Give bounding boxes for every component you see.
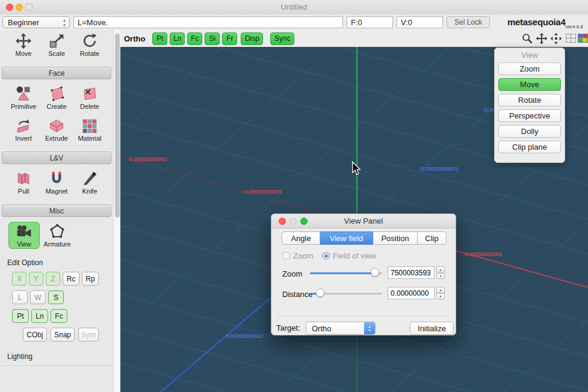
face-toggle[interactable]: Fc — [51, 309, 67, 323]
edit-option-label: Edit Option — [7, 259, 113, 267]
axis-x-toggle[interactable]: X — [12, 272, 26, 286]
tool-label: Material — [78, 135, 101, 142]
world-toggle[interactable]: W — [30, 290, 46, 304]
toggle-fr[interactable]: Fr — [222, 32, 237, 45]
mode-select[interactable]: Beginner ▲▼ — [2, 16, 70, 28]
zoom-stepper[interactable]: ▲ ▼ — [436, 266, 445, 279]
zoom-slider[interactable] — [310, 267, 382, 278]
tool-scale[interactable]: Scale — [42, 31, 72, 58]
section-header-lv: L&V — [2, 152, 111, 164]
tab-viewfield[interactable]: View field — [320, 231, 373, 245]
axis-y-toggle[interactable]: Y — [29, 272, 43, 286]
point-toggle[interactable]: Pt — [12, 309, 29, 323]
tool-extrude[interactable]: Extrude — [42, 116, 72, 143]
command-status-field[interactable] — [73, 16, 343, 28]
rp-button[interactable]: Rp — [82, 272, 99, 286]
tab-clip[interactable]: Clip — [418, 231, 447, 245]
slider-knob[interactable] — [316, 289, 324, 297]
stepper-up-icon[interactable]: ▲ — [436, 266, 445, 272]
scrollbar-thumb[interactable] — [115, 34, 120, 218]
local-toggle[interactable]: L — [12, 290, 28, 304]
axis-coordinate-label: 0.00000000002 — [226, 333, 264, 339]
tool-armature[interactable]: Armature — [42, 222, 72, 249]
view-perspective-button[interactable]: Perspective — [498, 109, 561, 122]
tool-label: Move — [16, 50, 32, 57]
tool-view[interactable]: View — [8, 222, 40, 249]
view-clipplane-button[interactable]: Clip plane — [498, 141, 561, 153]
tab-angle[interactable]: Angle — [282, 231, 320, 245]
slider-fill — [310, 272, 375, 274]
view-rotate-button[interactable]: Rotate — [498, 94, 561, 106]
viewport-toolbar: Ortho Pt Ln Fc Si Fr Disp Sync — [120, 30, 588, 47]
slider-knob[interactable] — [371, 268, 379, 277]
tool-sidebar: Move Scale Rotate Face — [0, 30, 113, 392]
toggle-ln[interactable]: Ln — [170, 32, 185, 45]
toggle-disp[interactable]: Disp — [241, 32, 263, 45]
initialize-button[interactable]: Initialize — [410, 322, 454, 335]
app-window: Untitled Beginner ▲▼ F:0 V:0 Sel Lock me… — [0, 0, 588, 392]
distance-slider-label: Distance — [282, 290, 313, 299]
zoom-value-field[interactable] — [388, 266, 435, 279]
tool-delete[interactable]: Delete — [75, 84, 105, 111]
zoom-radio-group[interactable]: Zoom — [282, 251, 313, 260]
sym-button[interactable]: Sym — [78, 328, 99, 341]
tool-label: View — [17, 240, 31, 248]
tool-primitive[interactable]: Primitive — [8, 84, 39, 111]
sel-lock-button[interactable]: Sel Lock — [447, 16, 490, 28]
tool-create[interactable]: Create — [42, 84, 72, 111]
fov-radio-icon[interactable] — [322, 252, 330, 260]
version-label: Ver4.6.8 — [565, 24, 583, 29]
dialog-titlebar[interactable]: View Panel — [271, 214, 456, 228]
tool-pull[interactable]: Pull — [8, 169, 39, 196]
material-preview-icon[interactable] — [578, 34, 588, 43]
distance-slider[interactable] — [310, 287, 382, 298]
pan-view-icon[interactable] — [536, 32, 548, 44]
titlebar[interactable]: Untitled — [0, 0, 588, 15]
toggle-sync[interactable]: Sync — [270, 32, 294, 45]
stepper-down-icon[interactable]: ▼ — [436, 293, 445, 299]
toggle-si[interactable]: Si — [205, 32, 220, 45]
tool-invert[interactable]: Invert — [8, 116, 39, 143]
sidebar-scrollbar[interactable] — [113, 30, 120, 392]
distance-stepper[interactable]: ▲ ▼ — [436, 287, 445, 299]
create-icon — [48, 85, 66, 102]
fov-radio-label: Field of view — [333, 251, 376, 260]
zoom-radio-icon[interactable] — [282, 252, 290, 260]
fov-radio-group[interactable]: Field of view — [322, 251, 376, 260]
view-zoom-button[interactable]: Zoom — [498, 63, 561, 75]
view-dolly-button[interactable]: Dolly — [498, 125, 561, 138]
line-toggle[interactable]: Ln — [31, 309, 48, 323]
zoom-view-icon[interactable] — [521, 32, 533, 44]
tool-label: Rotate — [80, 50, 99, 57]
tool-knife[interactable]: Knife — [75, 169, 105, 196]
axis-z-toggle[interactable]: Z — [46, 272, 60, 286]
stepper-up-icon[interactable]: ▲ — [436, 287, 445, 293]
stepper-down-icon[interactable]: ▼ — [436, 273, 445, 279]
target-dropdown[interactable]: Ortho ▲▼ — [306, 322, 376, 335]
tool-material[interactable]: Material — [75, 116, 105, 143]
dialog-separator — [275, 316, 453, 317]
view-floating-panel: View Zoom Move Rotate Perspective Dolly … — [494, 47, 565, 163]
magnet-icon — [48, 170, 66, 187]
screen-toggle[interactable]: S — [48, 290, 64, 304]
tool-rotate[interactable]: Rotate — [75, 31, 105, 58]
tool-move[interactable]: Move — [8, 31, 39, 58]
tab-position[interactable]: Position — [373, 231, 418, 245]
view-mode-label[interactable]: Ortho — [124, 34, 145, 43]
face-count-field[interactable]: F:0 — [347, 16, 393, 28]
vertex-count-field[interactable]: V:0 — [397, 16, 443, 28]
mode-select-value: Beginner — [8, 18, 39, 27]
cobj-button[interactable]: CObj — [23, 328, 47, 341]
rc-button[interactable]: Rc — [63, 272, 79, 286]
distance-value-field[interactable] — [388, 287, 435, 299]
toggle-fc[interactable]: Fc — [187, 32, 202, 45]
delete-icon — [81, 85, 99, 102]
tool-magnet[interactable]: Magnet — [42, 169, 72, 196]
move-icon — [14, 32, 32, 49]
pan-all-icon[interactable] — [550, 32, 562, 44]
snap-button[interactable]: Snap — [51, 328, 75, 341]
view-layout-icon[interactable] — [566, 34, 576, 43]
view-move-button[interactable]: Move — [498, 78, 561, 91]
tool-label: Pull — [18, 188, 29, 195]
toggle-pt[interactable]: Pt — [152, 32, 167, 45]
